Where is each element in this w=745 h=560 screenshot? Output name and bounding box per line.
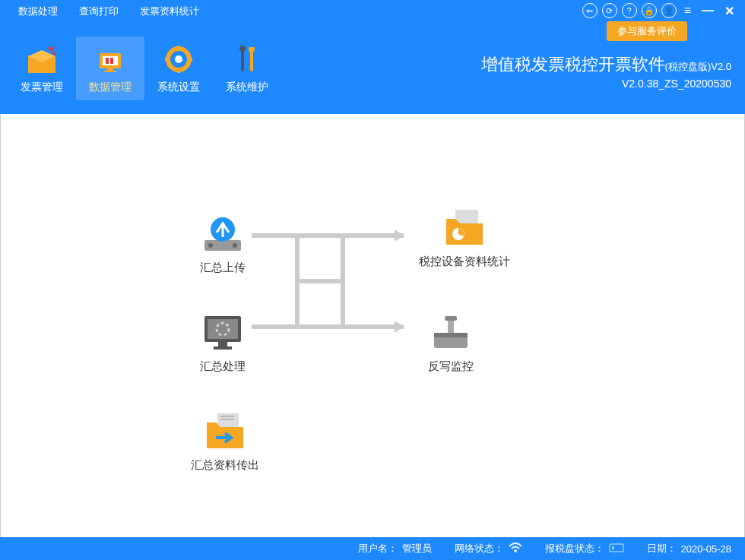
- folder-export-icon: [201, 410, 249, 453]
- settings-icon[interactable]: ≡: [681, 4, 694, 17]
- svg-rect-9: [104, 71, 116, 72]
- toolbar-system-maintain[interactable]: 系统维护: [213, 36, 281, 100]
- gear-icon: [160, 43, 197, 76]
- menu-query-print[interactable]: 查询打印: [68, 2, 129, 21]
- titlebar-controls: ⇐ ⟳ ? 🔒 👤 ≡ — ✕: [582, 3, 737, 18]
- svg-rect-19: [249, 47, 255, 52]
- lock-icon[interactable]: 🔒: [642, 3, 657, 18]
- menu-invoice-stats[interactable]: 发票资料统计: [129, 2, 210, 21]
- content-area: 汇总上传 汇总处理 税控设备资料统计 反写监控 汇总资料传出: [0, 114, 745, 537]
- svg-rect-7: [110, 58, 113, 64]
- svg-rect-41: [610, 544, 623, 552]
- svg-marker-21: [395, 321, 404, 333]
- minimize-icon[interactable]: —: [699, 4, 717, 17]
- svg-rect-29: [218, 342, 227, 346]
- node-summary-export[interactable]: 汇总资料传出: [191, 410, 259, 473]
- svg-point-24: [233, 243, 237, 248]
- wifi-icon: [509, 543, 522, 555]
- status-tax-label: 报税盘状态：: [545, 542, 604, 555]
- svg-point-11: [175, 55, 182, 63]
- svg-rect-13: [177, 68, 180, 73]
- status-user-label: 用户名：: [358, 542, 398, 555]
- status-date: 日期： 2020-05-28: [647, 542, 732, 555]
- upload-device-icon: [198, 213, 247, 255]
- toolbar-label: 数据管理: [89, 81, 132, 94]
- svg-rect-18: [250, 49, 253, 71]
- sync-icon[interactable]: ⟳: [602, 3, 617, 18]
- svg-rect-42: [612, 546, 614, 549]
- svg-point-2: [49, 46, 53, 51]
- svg-rect-16: [241, 49, 244, 71]
- flow-connector: [252, 228, 426, 350]
- status-user: 用户名： 管理员: [358, 542, 432, 555]
- svg-rect-14: [165, 58, 170, 61]
- statusbar: 用户名： 管理员 网络状态： 报税盘状态： 日期： 2020-05-28: [0, 537, 745, 560]
- back-icon[interactable]: ⇐: [582, 3, 598, 18]
- status-user-value: 管理员: [402, 542, 432, 555]
- box-icon: [24, 43, 60, 76]
- monitor-icon: [198, 312, 247, 354]
- svg-point-17: [239, 46, 246, 52]
- svg-rect-35: [448, 319, 454, 333]
- toolbar-label: 系统维护: [226, 81, 268, 94]
- folder-chart-icon: [440, 207, 489, 249]
- svg-rect-30: [214, 346, 232, 350]
- node-label: 汇总资料传出: [191, 457, 259, 473]
- status-tax-disk: 报税盘状态：: [545, 542, 624, 555]
- node-summary-upload[interactable]: 汇总上传: [198, 213, 247, 275]
- app-version: V2.0.38_ZS_20200530: [481, 78, 731, 90]
- svg-rect-37: [217, 413, 239, 427]
- svg-point-3: [52, 52, 55, 55]
- svg-marker-20: [395, 229, 404, 242]
- svg-rect-15: [188, 58, 192, 61]
- toolbar-label: 系统设置: [157, 81, 200, 94]
- node-summary-process[interactable]: 汇总处理: [198, 312, 247, 374]
- node-label: 汇总上传: [200, 260, 246, 275]
- svg-rect-12: [177, 46, 180, 50]
- user-icon[interactable]: 👤: [661, 3, 677, 18]
- svg-rect-36: [445, 316, 457, 321]
- app-title-main: 增值税发票税控开票软件: [481, 55, 665, 74]
- svg-rect-8: [107, 68, 113, 71]
- app-title: 增值税发票税控开票软件(税控盘版)V2.0 V2.0.38_ZS_2020053…: [481, 53, 731, 90]
- node-writeback-monitor[interactable]: 反写监控: [426, 312, 475, 374]
- node-label: 税控设备资料统计: [419, 254, 510, 269]
- help-icon[interactable]: ?: [622, 3, 637, 18]
- node-label: 反写监控: [428, 359, 474, 374]
- tools-icon: [229, 43, 265, 76]
- svg-point-23: [208, 243, 213, 248]
- svg-rect-34: [434, 333, 468, 337]
- folder-screen-icon: [92, 43, 128, 76]
- node-tax-device-stats[interactable]: 税控设备资料统计: [419, 207, 510, 269]
- status-date-label: 日期：: [647, 542, 677, 555]
- service-rating-button[interactable]: 参与服务评价: [607, 21, 687, 41]
- status-date-value: 2020-05-28: [681, 543, 732, 555]
- svg-rect-6: [106, 58, 109, 64]
- menu-data-process[interactable]: 数据处理: [8, 2, 68, 21]
- toolbar-data-mgmt[interactable]: 数据管理: [76, 36, 144, 100]
- status-network: 网络状态：: [455, 542, 522, 555]
- scanner-icon: [426, 312, 475, 354]
- toolbar-system-settings[interactable]: 系统设置: [144, 36, 213, 100]
- header: 数据处理 查询打印 发票资料统计 ⇐ ⟳ ? 🔒 👤 ≡ — ✕ 参与服务评价 …: [0, 0, 745, 114]
- toolbar-label: 发票管理: [21, 81, 63, 94]
- status-net-label: 网络状态：: [455, 542, 504, 555]
- toolbar-invoice-mgmt[interactable]: 发票管理: [8, 36, 76, 100]
- node-label: 汇总处理: [200, 359, 246, 374]
- close-icon[interactable]: ✕: [721, 4, 737, 18]
- app-title-sub: (税控盘版)V2.0: [665, 61, 731, 72]
- svg-point-40: [514, 549, 517, 552]
- disk-icon: [609, 543, 624, 555]
